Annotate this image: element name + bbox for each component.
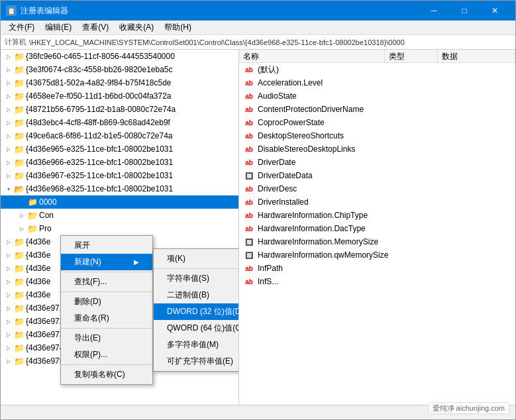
reg-name: DriverDate — [258, 158, 295, 167]
expand-icon: ▷ — [3, 91, 14, 101]
tree-label: {4d36e966-e325-11ce-bfc1-08002be1031 — [26, 158, 173, 167]
menu-favorites[interactable]: 收藏夹(A) — [114, 21, 159, 34]
expand-icon: ▷ — [3, 356, 14, 366]
reg-item-default[interactable]: ab (默认) — [239, 63, 515, 76]
sub-item-key[interactable]: 项(K) — [154, 250, 239, 267]
reg-icon-ab: ab — [243, 78, 255, 88]
tree-item[interactable]: ▷ 📁 {49ce6ac8-6f86-11d2-b1e5-0080c72e74a — [1, 129, 238, 142]
folder-icon: 📁 — [14, 329, 25, 340]
folder-icon: 📂 — [14, 184, 25, 194]
tree-item[interactable]: ▷ 📁 {3e3f0674-c83c-4558-bb26-9820e1eba5c — [1, 63, 238, 76]
reg-item-driverdatedata[interactable]: 🔲 DriverDateData — [239, 169, 515, 182]
reg-item-infs[interactable]: ab InfS... — [239, 275, 515, 288]
reg-item-driverinstalled[interactable]: ab DriverInstalled — [239, 195, 515, 209]
folder-icon: 📁 — [14, 91, 25, 101]
expand-icon: ▷ — [3, 263, 14, 274]
reg-item-hardware-qw[interactable]: 🔲 HardwareInformation.qwMemorySize — [239, 248, 515, 262]
ctx-export[interactable]: 导出(E) — [61, 330, 152, 346]
watermark-text: 爱纯净 aichunjing.com — [428, 402, 509, 414]
tree-item[interactable]: ▾ 📂 {4d36e968-e325-11ce-bfc1-08002be1031 — [1, 182, 238, 195]
menu-file[interactable]: 文件(F) — [3, 21, 40, 34]
maximize-button[interactable]: □ — [449, 1, 480, 21]
sub-item-dword[interactable]: DWORD (32 位)值(D) — [154, 303, 239, 320]
tree-item[interactable]: ▷ 📁 {43675d81-502a-4a82-9f84-b75f418c5de — [1, 76, 238, 89]
reg-item-driverdesc[interactable]: ab DriverDesc — [239, 182, 515, 195]
reg-icon-ab: ab — [243, 210, 255, 221]
reg-item-hardware-chip[interactable]: ab HardwareInformation.ChipType — [239, 209, 515, 222]
folder-icon: 📁 — [27, 197, 38, 207]
menu-edit[interactable]: 编辑(E) — [40, 21, 77, 34]
reg-icon-ab: ab — [243, 144, 255, 154]
ctx-separator — [61, 272, 152, 272]
reg-item-content[interactable]: ab ContentProtectionDriverName — [239, 103, 515, 116]
folder-icon: 📁 — [14, 144, 25, 154]
tree-item[interactable]: ▷ 📁 {48721b56-6795-11d2-b1a8-0080c72e74a — [1, 103, 238, 116]
tree-label: {4d36e — [26, 290, 50, 299]
reg-icon-ab: ab — [243, 157, 255, 168]
ctx-rename[interactable]: 重命名(R) — [61, 310, 152, 327]
sub-item-qword[interactable]: QWORD (64 位)值(Q) — [154, 320, 239, 337]
tree-item[interactable]: ▷ 📁 {4658ee7e-f050-11d1-b6bd-00c04fa372a — [1, 89, 238, 103]
folder-icon: 📁 — [14, 289, 25, 300]
expand-icon: ▷ — [3, 144, 14, 154]
expand-icon: ▷ — [3, 236, 14, 247]
ctx-new[interactable]: 新建(N) ▶ — [61, 254, 152, 270]
tree-item[interactable]: ▷ 📁 Pro — [1, 222, 238, 235]
ctx-find[interactable]: 查找(F)... — [61, 274, 152, 290]
tree-item[interactable]: ▷ 📁 {4d36e967-e325-11ce-bfc1-08002be1031 — [1, 169, 238, 182]
reg-icon-ab: ab — [243, 64, 255, 75]
reg-icon-bin: 🔲 — [243, 250, 255, 260]
reg-item-hardware-dac[interactable]: ab HardwareInformation.DacType — [239, 222, 515, 235]
tree-item[interactable]: ▷ 📁 {4d36e966-e325-11ce-bfc1-08002be1031 — [1, 156, 238, 169]
ctx-permissions[interactable]: 权限(P)... — [61, 346, 152, 363]
tree-item[interactable]: ▷ 📁 {36fc9e60-c465-11cf-8056-44455354000… — [1, 50, 238, 63]
tree-item[interactable]: ▷ 📁 {4d36e965-e325-11ce-bfc1-08002be1031 — [1, 142, 238, 156]
folder-icon: 📁 — [14, 263, 25, 274]
sub-item-string[interactable]: 字符串值(S) — [154, 270, 239, 287]
reg-item-infpath[interactable]: ab InfPath — [239, 262, 515, 275]
reg-item-disable-stereo[interactable]: ab DisableStereoDesktopLinks — [239, 142, 515, 156]
folder-icon: 📁 — [14, 131, 25, 141]
reg-icon-ab: ab — [243, 117, 255, 128]
close-button[interactable]: ✕ — [480, 1, 510, 21]
reg-name: HardwareInformation.qwMemorySize — [258, 250, 388, 260]
reg-item-acceleration[interactable]: ab Acceleration.Level — [239, 76, 515, 89]
reg-item-hardware-memory[interactable]: 🔲 HardwareInformation.MemorySize — [239, 235, 515, 248]
ctx-delete[interactable]: 删除(D) — [61, 293, 152, 310]
menu-view[interactable]: 查看(V) — [77, 21, 114, 34]
sub-item-binary[interactable]: 二进制值(B) — [154, 287, 239, 303]
folder-icon: 📁 — [14, 64, 25, 75]
tree-label: {4d36e965-e325-11ce-bfc1-08002be1031 — [26, 144, 173, 154]
sub-item-multistring[interactable]: 多字符串值(M) — [154, 337, 239, 353]
sub-item-expandstring[interactable]: 可扩充字符串值(E) — [154, 353, 239, 370]
ctx-copy-name[interactable]: 复制项名称(C) — [61, 366, 152, 383]
tree-panel[interactable]: ▷ 📁 {36fc9e60-c465-11cf-8056-44455354000… — [1, 50, 239, 405]
folder-icon: 📁 — [14, 51, 25, 62]
tree-item-0000[interactable]: 📁 0000 — [1, 195, 238, 209]
window-controls: ─ □ ✕ — [419, 1, 510, 21]
sub-item-label: 多字符串值(M) — [167, 340, 219, 349]
folder-icon: 📁 — [14, 117, 25, 128]
ctx-separator-3 — [61, 328, 152, 329]
reg-item-coproc[interactable]: ab CoprocPowerState — [239, 116, 515, 129]
reg-item-desktop-stereo[interactable]: ab DesktopStereoShortcuts — [239, 129, 515, 142]
ctx-delete-label: 删除(D) — [74, 296, 101, 307]
expand-icon: ▷ — [3, 117, 14, 128]
expand-icon: ▷ — [3, 250, 14, 260]
folder-icon: 📁 — [14, 303, 25, 313]
reg-icon-ab: ab — [243, 104, 255, 115]
tree-label: {4d36e — [26, 250, 50, 260]
tree-label: {3e3f0674-c83c-4558-bb26-9820e1eba5c — [26, 65, 173, 74]
ctx-expand[interactable]: 展开 — [61, 237, 152, 254]
expand-icon: ▷ — [17, 223, 27, 234]
reg-item-audio[interactable]: ab AudioState — [239, 89, 515, 103]
tree-item[interactable]: ▷ 📁 {48d3ebc4-4cf8-48ff-b869-9c68ad42eb9… — [1, 116, 238, 129]
reg-icon-ab: ab — [243, 184, 255, 194]
folder-icon: 📁 — [27, 210, 38, 221]
reg-item-driverdate[interactable]: ab DriverDate — [239, 156, 515, 169]
tree-item[interactable]: ▷ 📁 Con — [1, 209, 238, 222]
minimize-button[interactable]: ─ — [419, 1, 449, 21]
main-content: ▷ 📁 {36fc9e60-c465-11cf-8056-44455354000… — [1, 50, 515, 405]
tree-label: {36fc9e60-c465-11cf-8056-444553540000 — [26, 52, 175, 61]
menu-help[interactable]: 帮助(H) — [159, 21, 197, 34]
